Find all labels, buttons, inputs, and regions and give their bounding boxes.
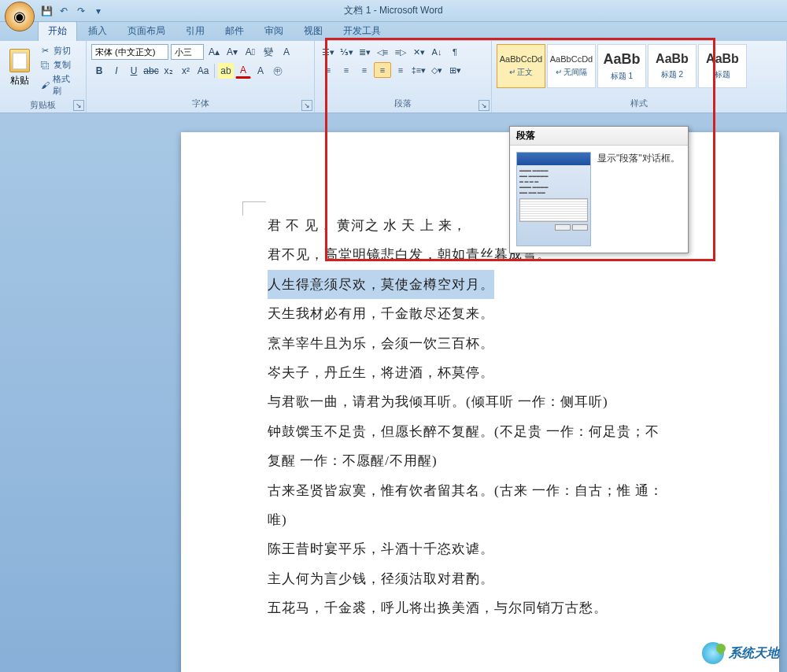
paste-button[interactable]: 粘贴 bbox=[5, 44, 35, 91]
redo-icon[interactable]: ↷ bbox=[74, 4, 88, 18]
show-marks-button[interactable]: ¶ bbox=[446, 44, 464, 60]
char-border-button[interactable]: A bbox=[279, 44, 294, 60]
tab-references[interactable]: 引用 bbox=[176, 21, 214, 41]
document-line[interactable]: 人生得意须尽欢，莫使金樽空对月。 bbox=[268, 270, 494, 299]
watermark: 系统天地 bbox=[702, 642, 779, 664]
underline-button[interactable]: U bbox=[126, 63, 142, 79]
multilevel-button[interactable]: ≣▾ bbox=[356, 44, 373, 60]
style-heading2[interactable]: AaBb 标题 2 bbox=[648, 44, 696, 88]
align-center-button[interactable]: ≡ bbox=[338, 62, 355, 78]
char-shading-button[interactable]: A bbox=[253, 63, 268, 79]
styles-group-label: 样式 bbox=[497, 96, 781, 109]
copy-icon: ⿻ bbox=[40, 60, 51, 71]
format-painter-button[interactable]: 🖌格式刷 bbox=[38, 72, 81, 98]
font-color-button[interactable]: A bbox=[235, 63, 251, 79]
highlight-button[interactable]: ab bbox=[218, 63, 234, 79]
paragraph-tooltip: 段落 ▬▬▬ ▬▬▬▬▬▬ ▬▬▬▬▬▬ ▬ ▬ ▬▬▬▬ ▬▬▬▬▬▬ ▬▬ … bbox=[509, 126, 689, 253]
undo-icon[interactable]: ↶ bbox=[57, 4, 71, 18]
quick-access-toolbar: 💾 ↶ ↷ ▾ bbox=[39, 4, 105, 18]
watermark-text: 系统天地 bbox=[729, 645, 779, 662]
office-button[interactable]: ◉ bbox=[5, 2, 35, 31]
margin-marker bbox=[242, 201, 266, 216]
document-line[interactable]: 钟鼓馔玉不足贵，但愿长醉不复醒。(不足贵 一作：何足贵；不 bbox=[268, 417, 732, 446]
paste-label: 粘贴 bbox=[10, 74, 29, 87]
paste-icon bbox=[9, 49, 30, 72]
font-size-combo[interactable]: 小三 bbox=[171, 44, 204, 60]
align-left-button[interactable]: ≡ bbox=[320, 62, 337, 78]
tab-mailings[interactable]: 邮件 bbox=[216, 21, 253, 41]
tooltip-description: 显示"段落"对话框。 bbox=[597, 152, 680, 246]
document-line[interactable]: 复醒 一作：不愿醒/不用醒) bbox=[268, 446, 732, 475]
watermark-icon bbox=[702, 642, 724, 664]
tab-review[interactable]: 审阅 bbox=[255, 21, 293, 41]
font-name-combo[interactable]: 宋体 (中文正文) bbox=[91, 44, 168, 60]
increase-indent-button[interactable]: ≡▷ bbox=[392, 44, 409, 60]
document-line[interactable]: 主人何为言少钱，径须沽取对君酌。 bbox=[268, 564, 732, 593]
copy-button[interactable]: ⿻复制 bbox=[38, 58, 81, 72]
style-gallery: AaBbCcDd ↵ 正文 AaBbCcDd ↵ 无间隔 AaBb 标题 1 A… bbox=[497, 44, 781, 88]
style-no-spacing[interactable]: AaBbCcDd ↵ 无间隔 bbox=[547, 44, 596, 88]
align-distribute-button[interactable]: ≡ bbox=[392, 62, 409, 78]
qat-dropdown-icon[interactable]: ▾ bbox=[91, 4, 105, 18]
font-group: 宋体 (中文正文) 小三 A▴ A▾ Aͯ 變 A B I U abc x₂ x… bbox=[87, 41, 315, 113]
font-launcher[interactable]: ↘ bbox=[301, 100, 312, 111]
document-line[interactable]: 烹羊宰牛且为乐，会须一饮三百杯。 bbox=[268, 329, 732, 358]
paragraph-group: ☰▾ ⅓▾ ≣▾ ◁≡ ≡▷ ✕▾ A↓ ¶ ≡ ≡ ≡ ≡ ≡ ‡≡▾ ◇▾ … bbox=[315, 41, 492, 113]
clipboard-group: 粘贴 ✂剪切 ⿻复制 🖌格式刷 剪贴板 ↘ bbox=[0, 41, 87, 113]
ribbon-tabs: 开始 插入 页面布局 引用 邮件 审阅 视图 开发工具 bbox=[0, 22, 787, 41]
font-group-label: 字体 bbox=[91, 96, 309, 109]
style-heading1[interactable]: AaBb 标题 1 bbox=[597, 44, 646, 88]
tooltip-title: 段落 bbox=[510, 127, 688, 146]
cut-button[interactable]: ✂剪切 bbox=[38, 44, 81, 57]
separator bbox=[214, 64, 215, 78]
grow-font-button[interactable]: A▴ bbox=[206, 44, 222, 60]
bullets-button[interactable]: ☰▾ bbox=[320, 44, 337, 60]
strike-button[interactable]: abc bbox=[143, 63, 159, 79]
asian-layout-button[interactable]: ✕▾ bbox=[410, 44, 427, 60]
superscript-button[interactable]: x² bbox=[178, 63, 194, 79]
change-case-button[interactable]: Aa bbox=[195, 63, 211, 79]
tab-developer[interactable]: 开发工具 bbox=[334, 21, 390, 41]
title-bar: ◉ 💾 ↶ ↷ ▾ 文档 1 - Microsoft Word bbox=[0, 0, 787, 22]
numbering-button[interactable]: ⅓▾ bbox=[338, 44, 355, 60]
document-page[interactable]: 君 不 见， 黄河之 水 天 上 来，君不见，高堂明镜悲白发，朝如青丝暮成雪。人… bbox=[181, 132, 779, 672]
scissors-icon: ✂ bbox=[40, 46, 51, 57]
align-right-button[interactable]: ≡ bbox=[356, 62, 373, 78]
styles-group: AaBbCcDd ↵ 正文 AaBbCcDd ↵ 无间隔 AaBb 标题 1 A… bbox=[492, 41, 787, 113]
window-title: 文档 1 - Microsoft Word bbox=[0, 4, 787, 17]
style-title[interactable]: AaBb 标题 bbox=[698, 44, 747, 88]
borders-button[interactable]: ⊞▾ bbox=[446, 62, 464, 78]
tab-home[interactable]: 开始 bbox=[38, 20, 77, 41]
decrease-indent-button[interactable]: ◁≡ bbox=[374, 44, 391, 60]
clipboard-launcher[interactable]: ↘ bbox=[73, 100, 84, 111]
align-justify-button[interactable]: ≡ bbox=[374, 62, 391, 78]
shading-button[interactable]: ◇▾ bbox=[428, 62, 445, 78]
document-line[interactable]: 天生我材必有用，千金散尽还复来。 bbox=[268, 299, 732, 328]
line-spacing-button[interactable]: ‡≡▾ bbox=[410, 62, 427, 78]
enclose-char-button[interactable]: ㊥ bbox=[270, 63, 286, 79]
paragraph-group-label: 段落 bbox=[320, 96, 486, 109]
brush-icon: 🖌 bbox=[40, 79, 51, 90]
style-normal[interactable]: AaBbCcDd ↵ 正文 bbox=[497, 44, 545, 88]
clipboard-group-label: 剪贴板 bbox=[5, 98, 81, 111]
paragraph-launcher[interactable]: ↘ bbox=[478, 100, 490, 111]
italic-button[interactable]: I bbox=[109, 63, 124, 79]
bold-button[interactable]: B bbox=[91, 63, 107, 79]
document-line[interactable]: 五花马，千金裘，呼儿将出换美酒，与尔同销万古愁。 bbox=[268, 593, 732, 622]
document-line[interactable]: 岑夫子，丹丘生，将进酒，杯莫停。 bbox=[268, 358, 732, 387]
subscript-button[interactable]: x₂ bbox=[161, 63, 176, 79]
tab-page-layout[interactable]: 页面布局 bbox=[118, 21, 175, 41]
clear-format-button[interactable]: Aͯ bbox=[242, 44, 258, 60]
shrink-font-button[interactable]: A▾ bbox=[224, 44, 240, 60]
document-line[interactable]: 与君歌一曲，请君为我倾耳听。(倾耳听 一作：侧耳听) bbox=[268, 387, 732, 416]
ribbon: 粘贴 ✂剪切 ⿻复制 🖌格式刷 剪贴板 ↘ 宋体 (中文正文) 小三 A▴ A▾… bbox=[0, 41, 787, 113]
document-line[interactable]: 古来圣贤皆寂寞，惟有饮者留其名。(古来 一作：自古；惟 通： bbox=[268, 476, 732, 505]
sort-button[interactable]: A↓ bbox=[428, 44, 445, 60]
phonetic-button[interactable]: 變 bbox=[260, 44, 276, 60]
tab-insert[interactable]: 插入 bbox=[79, 21, 116, 41]
save-icon[interactable]: 💾 bbox=[39, 4, 54, 18]
document-line[interactable]: 陈王昔时宴平乐，斗酒十千恣欢谑。 bbox=[268, 534, 732, 563]
tooltip-preview-image: ▬▬▬ ▬▬▬▬▬▬ ▬▬▬▬▬▬ ▬ ▬ ▬▬▬▬ ▬▬▬▬▬▬ ▬▬ ▬▬ bbox=[516, 152, 591, 246]
tab-view[interactable]: 视图 bbox=[294, 21, 332, 41]
document-line[interactable]: 唯) bbox=[268, 505, 732, 534]
